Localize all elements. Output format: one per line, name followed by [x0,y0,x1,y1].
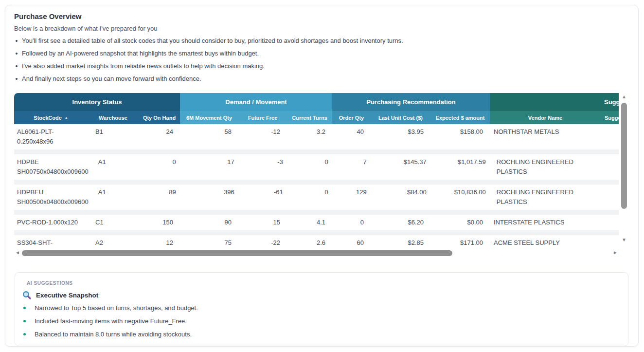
ai-suggestions-card: AI SUGGESTIONS Executive Snapshot Narrow… [15,272,628,346]
cell-movement-qty: 17 [183,154,241,180]
magnifier-icon [22,290,32,300]
cell-suggested [601,235,619,248]
cell-expected-amount: $158.00 [430,124,490,149]
cell-movement-qty: 396 [183,185,241,210]
column-group-header: Demand / Movement [180,93,332,111]
ai-bullet: Balanced to maintain 8.0 turns while avo… [20,331,198,338]
column-header[interactable]: Last Unit Cost ($) [371,111,430,124]
column-header[interactable]: StockCode▲ [14,111,88,124]
cell-qty-on-hand: 24 [139,124,180,149]
cell-vendor: ACME STEEL SUPPLY [490,235,601,248]
page-subtitle: Below is a breakdown of what I've prepar… [14,25,157,32]
cell-suggested [604,154,619,180]
cell-stock-lines: HDPBESH00750x04800x009600 [14,154,90,180]
column-header[interactable]: Expected $ amount [430,111,490,124]
overview-bullet: You'll first see a detailed table of all… [14,37,403,44]
cell-vendor: NORTHSTAR METALS [490,124,601,149]
horizontal-scrollbar-thumb[interactable] [22,250,452,256]
cell-movement-qty: 58 [180,124,238,149]
cell-suggested [604,185,619,210]
cell-future-free: 15 [238,215,287,230]
cell-expected-amount: $171.00 [430,235,490,248]
horizontal-scrollbar[interactable]: ◄ ► [14,250,619,257]
cell-current-turns: 4.1 [287,215,332,230]
cell-warehouse: A1 [90,154,142,180]
column-group-header: Inventory Status [14,93,180,111]
table-row[interactable]: PVC-ROD-1.000x120C115090154.10$6.20$0.00… [14,215,619,230]
table-scroll-area[interactable]: Inventory StatusDemand / MovementPurchas… [14,93,619,248]
executive-snapshot-heading: Executive Snapshot [36,292,98,299]
cell-vendor: ROCHLING ENGINEERED PLASTICS [493,185,604,210]
column-header[interactable]: Order Qty [332,111,371,124]
cell-qty-on-hand: 150 [139,215,180,230]
cell-last-unit-cost: $6.20 [371,215,430,230]
scroll-right-icon[interactable]: ► [613,250,618,255]
cell-vendor: INTERSTATE PLASTICS [490,215,601,230]
overview-bullet: Followed by an AI-powered snapshot that … [14,50,403,57]
cell-current-turns: 3.2 [287,124,332,149]
cell-vendor: ROCHLING ENGINEERED PLASTICS [493,154,604,180]
cell-warehouse: C1 [88,215,139,230]
page-title: Purchase Overview [14,12,81,20]
overview-bullet: I've also added market insights from rel… [14,63,403,70]
column-group-header: Purchasing Recommendation [332,93,490,111]
table-body: AL6061-PLT-0.250x48x96B12458-123.240$3.9… [14,124,619,248]
cell-order-qty: 7 [335,154,374,180]
cell-order-qty: 60 [332,235,371,248]
cell-movement-qty: 90 [180,215,238,230]
column-header[interactable]: Warehouse [88,111,139,124]
cell-current-turns: 2.6 [287,235,332,248]
column-header[interactable]: Current Turns [287,111,332,124]
overview-bullet: And finally next steps so you can move f… [14,75,403,82]
scroll-up-icon[interactable]: ▲ [621,94,627,99]
scroll-left-icon[interactable]: ◄ [15,250,20,255]
column-header[interactable]: Vendor Name [490,111,601,124]
cell-warehouse: A1 [90,185,142,210]
cell-stock-lines: SS304-SHT- [14,235,88,248]
cell-current-turns: 0 [290,185,335,210]
column-header[interactable]: Qty On Hand [139,111,180,124]
ai-bullet-list: Narrowed to Top 5 based on turns, shorta… [20,305,198,344]
cell-stock-lines: PVC-ROD-1.000x120 [14,215,88,230]
column-group-header: Sugge [490,93,619,111]
cell-future-free: -12 [238,124,287,149]
cell-order-qty: 0 [332,215,371,230]
cell-last-unit-cost: $3.95 [371,124,430,149]
overview-bullet-list: You'll first see a detailed table of all… [14,37,403,88]
cell-movement-qty: 75 [180,235,238,248]
table-row[interactable]: SS304-SHT-A21275-222.660$2.85$171.00ACME… [14,235,619,248]
table-row[interactable]: HDPBEUSH00500x04800x009600A189396-610129… [14,185,619,210]
cell-suggested [601,215,619,230]
column-group-header-row: Inventory StatusDemand / MovementPurchas… [14,93,619,111]
vertical-scrollbar-thumb[interactable] [621,103,627,209]
cell-stock-lines: AL6061-PLT-0.250x48x96 [14,124,88,149]
column-header[interactable]: Future Free [238,111,287,124]
cell-expected-amount: $10,836.00 [433,185,493,210]
cell-future-free: -22 [238,235,287,248]
vertical-scrollbar[interactable]: ▲ ▼ [621,93,627,248]
cell-expected-amount: $1,017.59 [433,154,493,180]
column-header-row: StockCode▲WarehouseQty On Hand6M Movemen… [14,111,619,124]
cell-expected-amount: $0.00 [430,215,490,230]
cell-qty-on-hand: 89 [142,185,183,210]
cell-warehouse: A2 [88,235,139,248]
scroll-down-icon[interactable]: ▼ [621,237,627,242]
purchase-table: Inventory StatusDemand / MovementPurchas… [14,93,627,259]
cell-stock-lines: HDPBEUSH00500x04800x009600 [14,185,90,210]
column-header[interactable]: 6M Movement Qty [180,111,238,124]
table-row[interactable]: HDPBESH00750x04800x009600A1017-307$145.3… [14,154,619,180]
cell-qty-on-hand: 12 [139,235,180,248]
ai-bullet: Included fast-moving items with negative… [20,318,198,325]
purchase-overview-card: Purchase Overview Below is a breakdown o… [5,5,639,347]
column-header[interactable]: Sugges [601,111,619,124]
cell-current-turns: 0 [290,154,335,180]
cell-order-qty: 129 [335,185,374,210]
cell-future-free: -3 [241,154,290,180]
cell-future-free: -61 [241,185,290,210]
cell-last-unit-cost: $84.00 [374,185,433,210]
cell-last-unit-cost: $145.37 [374,154,433,180]
cell-warehouse: B1 [88,124,139,149]
cell-suggested [601,124,619,149]
cell-last-unit-cost: $2.85 [371,235,430,248]
table-row[interactable]: AL6061-PLT-0.250x48x96B12458-123.240$3.9… [14,124,619,149]
